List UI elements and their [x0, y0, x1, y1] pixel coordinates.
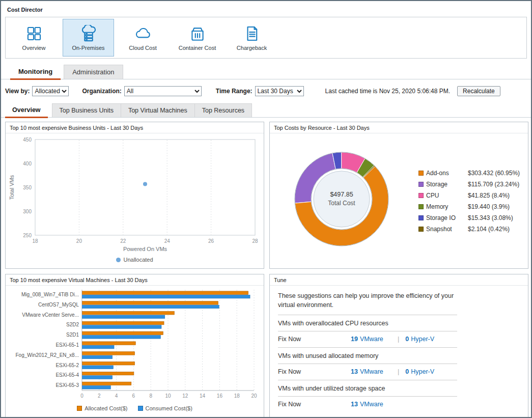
costs-by-resource-chart: $497.85 Total Cost Add-ons $303.432 (60.… — [270, 133, 528, 268]
app-header: Cost Director — [1, 1, 531, 16]
overview-grid-icon — [25, 25, 43, 42]
nav-label: Overview — [22, 45, 46, 51]
vmware-count: 13 — [351, 401, 358, 408]
fix-now-link[interactable]: Fix Now — [278, 401, 351, 408]
legend-label: Storage IO — [426, 214, 468, 221]
panel-title: Top 10 most expensive Virtual Machines -… — [6, 274, 264, 286]
legend-swatch — [418, 193, 424, 198]
panel-virtual-machines: Top 10 most expensive Virtual Machines -… — [5, 274, 264, 418]
divider: | — [398, 368, 399, 375]
tune-intro: These suggestions can help you improve t… — [278, 288, 457, 315]
svg-text:ESXi-65-3: ESXi-65-3 — [55, 382, 79, 388]
time-range-select[interactable]: Last 30 Days — [255, 86, 304, 96]
svg-text:ESXi-65-2: ESXi-65-2 — [55, 363, 79, 368]
svg-text:6: 6 — [132, 393, 135, 399]
svg-text:20: 20 — [76, 238, 82, 244]
tab-administration[interactable]: Administration — [64, 65, 123, 79]
panel-title: Tune — [270, 274, 528, 286]
svg-text:10: 10 — [165, 393, 171, 399]
hyperv-label: Hyper-V — [411, 368, 434, 375]
svg-text:18: 18 — [32, 238, 38, 244]
last-cached-text: Last cached time is Nov 25, 2020 5:06:48… — [325, 88, 450, 95]
legend-label: Unallocated — [123, 257, 153, 263]
bar-chart: 02468101214161820Mig_008_Win7_4TiB Di...… — [6, 286, 263, 405]
hyperv-link[interactable]: 0 Hyper-V — [405, 336, 452, 343]
svg-text:0: 0 — [80, 393, 83, 399]
svg-text:20: 20 — [251, 393, 257, 399]
legend-item: Memory $19.440 (3.9%) — [418, 203, 520, 210]
svg-text:24: 24 — [164, 238, 171, 244]
svg-text:S2D1: S2D1 — [66, 332, 79, 338]
svg-text:Powered On VMs: Powered On VMs — [123, 246, 167, 252]
legend-label: CPU — [426, 192, 468, 199]
view-by-label: View by: — [5, 88, 30, 95]
cloud-icon — [134, 25, 152, 42]
svg-text:350: 350 — [23, 185, 32, 190]
legend-swatch — [418, 171, 424, 176]
subtab-top-resources[interactable]: Top Resources — [194, 103, 252, 117]
fix-now-link[interactable]: Fix Now — [278, 368, 351, 375]
nav-label: Container Cost — [179, 45, 216, 51]
subtab-top-virtual-machines[interactable]: Top Virtual Machines — [121, 103, 194, 117]
legend-item: Storage IO $15.343 (3.08%) — [418, 214, 520, 221]
fix-now-link[interactable]: Fix Now — [278, 336, 351, 343]
vmware-link[interactable]: 13 VMware — [351, 401, 398, 408]
hyperv-count: 0 — [405, 368, 409, 375]
legend-value: $15.343 (3.08%) — [468, 214, 513, 221]
legend-label: Storage — [426, 181, 468, 188]
organization-select[interactable]: All — [124, 86, 202, 96]
legend-item: Storage $115.709 (23.24%) — [418, 181, 520, 188]
nav-tile-on-premises[interactable]: On-Premises — [63, 19, 114, 57]
vmware-count: 13 — [351, 368, 358, 375]
filter-bar: View by: Allocated Organization: All Tim… — [1, 79, 531, 102]
legend-swatch — [418, 215, 424, 220]
vmware-label: VMware — [360, 336, 383, 343]
svg-text:450: 450 — [23, 137, 32, 143]
donut-svg — [278, 137, 405, 265]
svg-text:S2D2: S2D2 — [66, 322, 79, 327]
svg-text:250: 250 — [23, 233, 32, 238]
main-tabbar: Monitoring Administration — [1, 59, 531, 79]
svg-text:Fog_Win2012_R2_EN_x8...: Fog_Win2012_R2_EN_x8... — [15, 352, 79, 358]
vmware-label: VMware — [360, 401, 383, 408]
svg-text:4: 4 — [115, 393, 118, 399]
vmware-link[interactable]: 13 VMware — [351, 368, 398, 375]
tune-panel-body: These suggestions can help you improve t… — [270, 286, 528, 418]
tune-section-heading: VMs with under utilized storage space — [278, 380, 457, 397]
organization-label: Organization: — [82, 88, 121, 95]
svg-text:8: 8 — [149, 393, 152, 399]
legend-value: $19.440 (3.9%) — [468, 203, 510, 210]
svg-text:Mig_008_Win7_4TiB Di...: Mig_008_Win7_4TiB Di... — [21, 292, 79, 297]
nav-tile-container-cost[interactable]: Container Cost — [172, 19, 223, 57]
bar-legend: Allocated Cost($) Consumed Cost($) — [6, 405, 264, 413]
nav-label: Cloud Cost — [129, 45, 156, 51]
svg-text:ESXi-65-4: ESXi-65-4 — [55, 372, 79, 378]
panel-tune: Tune These suggestions can help you impr… — [269, 274, 528, 418]
vmware-link[interactable]: 19 VMware — [351, 336, 398, 343]
recalculate-button[interactable]: Recalculate — [457, 86, 500, 96]
legend-label: Snapshot — [426, 226, 468, 233]
legend-item: Consumed Cost($) — [138, 405, 192, 411]
legend-swatch — [418, 227, 424, 232]
nav-tile-cloud-cost[interactable]: Cloud Cost — [117, 19, 169, 57]
nav-tile-chargeback[interactable]: Chargeback — [226, 19, 277, 57]
tune-section-heading: VMs with overallocated CPU resources — [278, 315, 457, 331]
hyperv-link[interactable]: 0 Hyper-V — [405, 368, 452, 375]
legend-dot — [116, 258, 121, 262]
subtab-top-business-units[interactable]: Top Business Units — [52, 103, 121, 117]
tab-monitoring[interactable]: Monitoring — [10, 65, 61, 80]
legend-value: $303.432 (60.95%) — [468, 170, 520, 177]
subtab-overview[interactable]: Overview — [5, 103, 48, 118]
svg-text:300: 300 — [23, 209, 32, 214]
view-by-select[interactable]: Allocated — [32, 86, 69, 96]
svg-text:26: 26 — [208, 238, 214, 244]
svg-text:Total VMs: Total VMs — [9, 175, 15, 200]
donut-chart: $497.85 Total Cost — [278, 137, 405, 265]
nav-tile-overview[interactable]: Overview — [8, 19, 60, 57]
legend-item: Unallocated — [116, 257, 153, 263]
svg-text:28: 28 — [252, 238, 258, 244]
legend-item: Snapshot $2.104 (0.42%) — [418, 226, 520, 233]
donut-legend: Add-ons $303.432 (60.95%) Storage $115.7… — [418, 165, 520, 237]
time-range-label: Time Range: — [216, 88, 253, 95]
tune-section-row: Fix Now 13 VMware | 0 Hyper-V — [278, 364, 457, 380]
